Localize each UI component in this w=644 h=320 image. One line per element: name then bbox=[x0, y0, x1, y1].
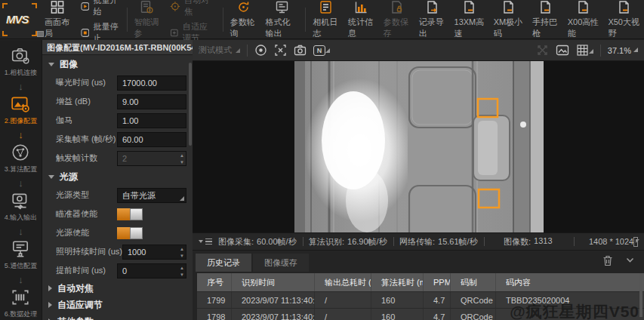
col-header-time[interactable]: 识别时间 bbox=[232, 273, 315, 291]
spinner-arrows[interactable]: ▲▼ bbox=[180, 265, 184, 278]
zoom-level-dropdown[interactable]: 37.1% bbox=[608, 46, 638, 55]
record-export-button[interactable]: 记录导出 bbox=[414, 0, 450, 39]
preset-doc-icon bbox=[538, 0, 553, 14]
expand-icon[interactable] bbox=[633, 237, 638, 247]
history-panel: 历史记录 图像缓存 序号 识别时间 输出总耗时 (ms) 算法耗时 (ms) P… bbox=[193, 251, 644, 320]
cell-index: 1798 bbox=[197, 309, 232, 320]
smart-tune-button[interactable]: 智能调参 bbox=[130, 0, 165, 39]
test-mode-label: 测试模式 bbox=[199, 45, 232, 56]
workflow-sidebar: 1.相机连接 ↓ 2.图像配置 ↓ 3.算法配置 ↓ 4.输入输出 ↓ bbox=[0, 40, 42, 320]
logo-corner bbox=[32, 31, 37, 36]
spinner-arrows[interactable]: ▲▼ bbox=[180, 246, 184, 259]
param-save-button[interactable]: 参数保存 bbox=[379, 0, 414, 39]
record-target-icon[interactable] bbox=[254, 44, 267, 57]
camera-image bbox=[294, 61, 544, 232]
col-header-algo-cost[interactable]: 算法耗时 (ms) bbox=[371, 273, 424, 291]
polling-label: 参数轮询 bbox=[230, 17, 257, 39]
table-row[interactable]: 1798 2023/9/07 11:13:40:057 / 160 4.7 QR… bbox=[197, 308, 644, 320]
gamma-input[interactable]: 1.00 bbox=[117, 113, 186, 128]
section-image[interactable]: 图像 bbox=[42, 55, 193, 73]
advance-input[interactable]: 0 ▲▼ bbox=[117, 263, 186, 278]
down-arrow-icon: ↓ bbox=[18, 128, 23, 142]
preset-x50-label: X50大视野 bbox=[608, 17, 639, 39]
trash-icon[interactable] bbox=[602, 255, 613, 266]
trigger-count-value: 2 bbox=[122, 154, 127, 163]
image-viewport[interactable] bbox=[193, 61, 644, 232]
image-count: 图像数:1313 bbox=[490, 236, 553, 248]
light-type-row: 光源类型 自带光源 bbox=[42, 186, 193, 205]
sidebar-item-camera-connect[interactable]: 1.相机连接 bbox=[5, 46, 38, 79]
framerate-row: 采集帧率 (帧/秒) 60.00 bbox=[42, 130, 193, 149]
auto-focus-button[interactable]: 自动对焦 bbox=[170, 0, 214, 17]
image-config-panel: 图像配置(MV-ID2016M-16T-RBN(00K544921 图像 曝光时… bbox=[42, 40, 193, 320]
light-type-label: 光源类型 bbox=[56, 189, 89, 201]
sidebar-item-algorithm-config[interactable]: 3.算法配置 bbox=[5, 143, 38, 176]
section-adaptive[interactable]: 自适应调节 bbox=[42, 297, 193, 313]
section-other-label: 其他参数 bbox=[57, 315, 94, 320]
sidebar-item-communication[interactable]: 5.通信配置 bbox=[5, 239, 38, 272]
table-scrollbar[interactable] bbox=[639, 273, 642, 317]
format-output-button[interactable]: 格式化输出 bbox=[261, 0, 304, 39]
preset-x00-button[interactable]: X00高性能 bbox=[563, 0, 604, 39]
chevron-down-icon bbox=[48, 63, 54, 66]
cross-region-icon[interactable] bbox=[274, 44, 287, 57]
toolbar-separator bbox=[305, 8, 306, 32]
param-polling-button[interactable]: 参数轮询 bbox=[226, 0, 261, 39]
grid-view-icon[interactable] bbox=[576, 44, 593, 57]
sidebar-label: 2.图像配置 bbox=[5, 116, 38, 126]
sidebar-item-input-output[interactable]: 4.输入输出 bbox=[5, 191, 38, 224]
barcode-scan-icon bbox=[11, 288, 30, 307]
aimer-row: 瞄准器使能 bbox=[42, 205, 193, 223]
section-autofocus[interactable]: 自动对焦 bbox=[42, 280, 193, 297]
duration-input[interactable]: 1000 ▲▼ bbox=[122, 245, 186, 260]
section-light[interactable]: 光源 bbox=[42, 168, 193, 186]
collapse-chevron-icon[interactable] bbox=[625, 255, 635, 265]
toggle-on-segment bbox=[117, 208, 130, 220]
config-scrollbar[interactable] bbox=[189, 63, 192, 146]
main-area: 测试模式 N bbox=[193, 40, 644, 320]
col-header-output-cost[interactable]: 输出总耗时 (ms) bbox=[315, 273, 371, 291]
framerate-input[interactable]: 60.00 bbox=[117, 132, 186, 147]
n-mode-icon[interactable]: N bbox=[313, 45, 330, 56]
gain-input[interactable]: 9.00 bbox=[117, 94, 186, 109]
snapshot-camera-icon[interactable] bbox=[294, 44, 307, 57]
panel-toggle-chip[interactable] bbox=[37, 31, 44, 37]
top-toolbar: MVS 画面布局 批量开始 批量停止 bbox=[0, 0, 644, 39]
preset-handheld-label: 手持巴枪 bbox=[532, 17, 559, 39]
preset-handheld-button[interactable]: 手持巴枪 bbox=[528, 0, 563, 39]
aimer-toggle[interactable] bbox=[117, 208, 143, 220]
preset-x50-button[interactable]: X50大视野 bbox=[603, 0, 644, 39]
camera-log-button[interactable]: 相机日志 bbox=[308, 0, 344, 39]
cell-algo-cost: 160 bbox=[371, 292, 424, 308]
col-header-index[interactable]: 序号 bbox=[197, 273, 232, 291]
move-tool-icon[interactable] bbox=[536, 44, 549, 57]
sidebar-item-image-config[interactable]: 2.图像配置 bbox=[5, 94, 38, 128]
image-config-icon bbox=[11, 94, 30, 114]
preset-xm-button[interactable]: XM极小码 bbox=[489, 0, 528, 39]
spinner-arrows[interactable]: ▲▼ bbox=[180, 152, 184, 165]
statistics-button[interactable]: 统计信息 bbox=[344, 0, 379, 39]
light-enable-toggle[interactable] bbox=[117, 227, 143, 239]
gamma-row: 伽马 1.00 bbox=[42, 111, 193, 130]
test-mode-dropdown[interactable]: 测试模式 bbox=[199, 45, 240, 56]
communication-icon bbox=[11, 239, 30, 259]
toggle-on-segment bbox=[117, 227, 130, 239]
sidebar-item-data-process[interactable]: 6.数据处理 bbox=[5, 288, 38, 320]
exposure-input[interactable]: 17000.00 bbox=[117, 75, 186, 91]
layout-button[interactable]: 画面布局 bbox=[40, 0, 75, 39]
col-header-code-content[interactable]: 码内容 bbox=[496, 273, 644, 291]
table-row[interactable]: 1799 2023/9/07 11:13:40:057 / 160 4.7 QR… bbox=[197, 291, 644, 308]
dropdown-corner-icon bbox=[589, 49, 593, 54]
col-header-code-type[interactable]: 码制 bbox=[451, 273, 496, 291]
status-menu-icon[interactable] bbox=[199, 238, 212, 245]
tab-image-cache[interactable]: 图像缓存 bbox=[253, 254, 309, 272]
fit-image-icon[interactable] bbox=[556, 45, 569, 56]
preset-13xm-button[interactable]: 13XM高速 bbox=[450, 0, 489, 39]
batch-start-button[interactable]: 批量开始 bbox=[81, 0, 119, 17]
section-other[interactable]: 其他参数 bbox=[42, 313, 193, 320]
tab-history-record[interactable]: 历史记录 bbox=[196, 254, 251, 272]
col-header-ppm[interactable]: PPM bbox=[424, 273, 451, 291]
image-resolution: 1408 * 1024 bbox=[580, 237, 633, 246]
light-type-dropdown[interactable]: 自带光源 bbox=[117, 188, 186, 203]
dropdown-corner-icon bbox=[236, 48, 240, 53]
